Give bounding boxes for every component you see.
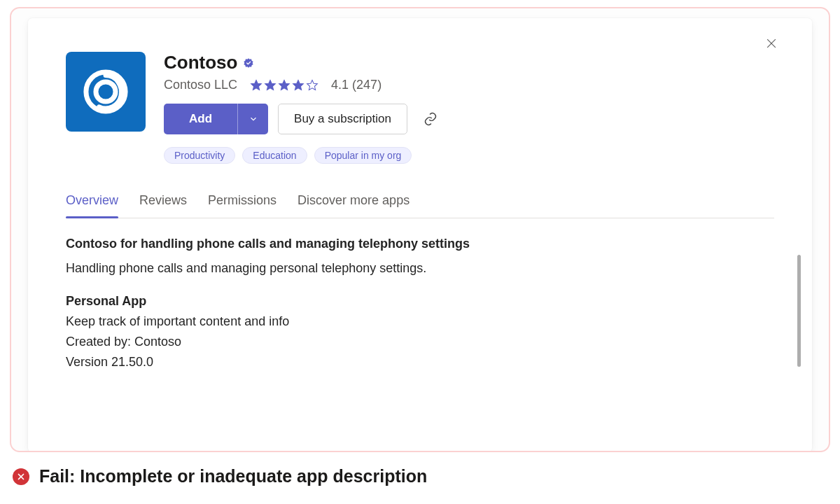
buy-subscription-button[interactable]: Buy a subscription <box>278 104 407 134</box>
section-line-version: Version 21.50.0 <box>66 352 774 372</box>
section-line-tagline: Keep track of important content and info <box>66 312 774 332</box>
star-filled-icon <box>292 79 304 92</box>
star-filled-icon <box>264 79 276 92</box>
svg-point-3 <box>96 82 115 102</box>
app-header-info: Contoso Contoso LLC 4.1 (247) Ad <box>164 52 774 164</box>
app-header: Contoso Contoso LLC 4.1 (247) Ad <box>66 52 774 164</box>
rating-text: 4.1 (247) <box>331 78 382 92</box>
add-dropdown-button[interactable] <box>237 104 268 134</box>
link-icon <box>423 111 438 127</box>
app-icon <box>66 52 146 132</box>
close-button[interactable] <box>764 36 778 50</box>
overview-content: Contoso for handling phone calls and man… <box>66 237 774 372</box>
section-title: Personal App <box>66 294 774 309</box>
overview-headline: Contoso for handling phone calls and man… <box>66 237 774 251</box>
verified-badge-icon <box>243 57 254 69</box>
scrollbar-thumb[interactable] <box>797 255 801 367</box>
add-split-button: Add <box>164 104 268 134</box>
version-label: Version <box>66 355 108 369</box>
tab-overview[interactable]: Overview <box>66 193 118 218</box>
validation-frame: Contoso Contoso LLC 4.1 (247) Ad <box>10 7 830 452</box>
tag-pill[interactable]: Education <box>242 147 307 164</box>
chevron-down-icon <box>248 114 258 124</box>
star-empty-icon <box>306 79 318 92</box>
created-by-label: Created by: <box>66 335 131 349</box>
tags-row: ProductivityEducationPopular in my org <box>164 147 774 164</box>
app-title: Contoso <box>164 52 237 74</box>
copy-link-button[interactable] <box>417 106 444 132</box>
app-logo-icon <box>78 64 133 119</box>
rating-stars <box>250 79 318 92</box>
fail-banner: Fail: Incomplete or inadequate app descr… <box>10 466 830 486</box>
star-filled-icon <box>278 79 290 92</box>
overview-summary: Handling phone calls and managing person… <box>66 261 774 276</box>
tabs: OverviewReviewsPermissionsDiscover more … <box>66 193 774 218</box>
app-detail-card: Contoso Contoso LLC 4.1 (247) Ad <box>28 18 812 452</box>
fail-text: Fail: Incomplete or inadequate app descr… <box>39 466 427 486</box>
star-filled-icon <box>250 79 262 92</box>
section-line-createdby: Created by: Contoso <box>66 332 774 352</box>
tab-permissions[interactable]: Permissions <box>208 193 276 218</box>
tag-pill[interactable]: Popular in my org <box>314 147 412 164</box>
tab-discover-more-apps[interactable]: Discover more apps <box>298 193 410 218</box>
x-icon <box>16 472 26 482</box>
tab-reviews[interactable]: Reviews <box>139 193 187 218</box>
add-button[interactable]: Add <box>164 104 237 134</box>
close-icon <box>764 36 778 50</box>
tag-pill[interactable]: Productivity <box>164 147 235 164</box>
version-value: 21.50.0 <box>111 355 153 369</box>
publisher-name: Contoso LLC <box>164 78 237 92</box>
fail-icon <box>13 468 29 485</box>
created-by-value: Contoso <box>134 335 181 349</box>
